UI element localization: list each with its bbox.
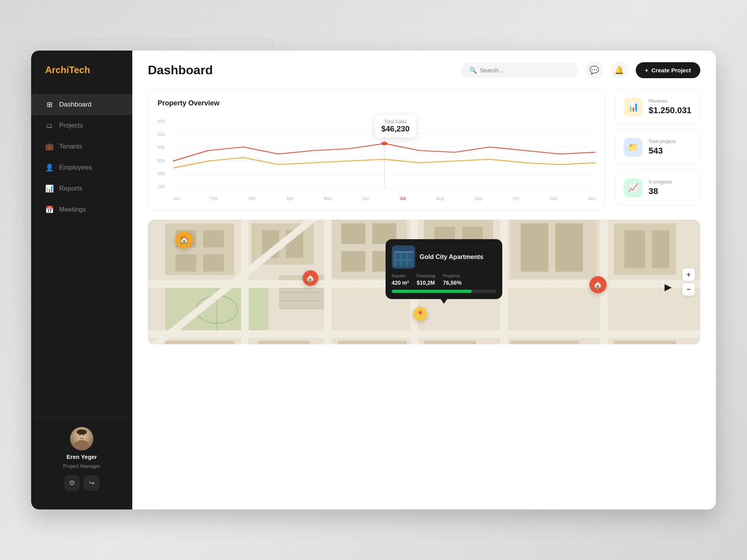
x-feb: Feb bbox=[210, 196, 218, 201]
chart-title: Property Overview bbox=[158, 99, 596, 107]
dashboard-label: Dashboard bbox=[59, 101, 91, 108]
svg-rect-62 bbox=[624, 230, 645, 268]
svg-rect-63 bbox=[652, 230, 669, 268]
projects-icon: 🗂 bbox=[45, 121, 54, 130]
main-content: Dashboard 🔍 💬 🔔 + Create Project bbox=[132, 51, 716, 509]
x-mar: Mar bbox=[249, 196, 256, 201]
stat-in-progress: 📈 In progress 38 bbox=[615, 170, 700, 205]
sidebar-item-tenants[interactable]: 💼 Tenants bbox=[31, 136, 132, 157]
y-label-20k: 20K bbox=[158, 171, 165, 176]
logo-accent: Tech bbox=[69, 65, 90, 75]
projects-info: Total projects 543 bbox=[649, 139, 676, 156]
popup-arrow bbox=[440, 298, 448, 304]
popup-header: Gold City Apartments bbox=[392, 245, 496, 269]
svg-line-10 bbox=[272, 12, 331, 39]
user-role: Project Manager bbox=[63, 463, 100, 469]
sidebar-item-dashboard[interactable]: ⊞ Dashboard bbox=[31, 94, 132, 115]
meetings-label: Meetings bbox=[59, 206, 86, 214]
revenue-icon-container: 📊 bbox=[624, 98, 642, 116]
svg-rect-60 bbox=[555, 223, 583, 271]
svg-rect-73 bbox=[165, 341, 234, 344]
create-project-button[interactable]: + Create Project bbox=[636, 62, 700, 78]
stats-column: 📊 Reveneu $1.250.031 📁 Total pr bbox=[615, 89, 700, 205]
projects-label: Total projects bbox=[649, 139, 676, 144]
x-jun: Jun bbox=[362, 196, 369, 201]
revenue-label: Reveneu bbox=[649, 98, 691, 104]
zoom-out-button[interactable]: − bbox=[682, 283, 695, 296]
square-label: Square bbox=[392, 273, 409, 278]
reports-icon: 📊 bbox=[45, 184, 54, 193]
popup-thumbnail bbox=[392, 245, 415, 269]
projects-label: Projects bbox=[59, 122, 83, 130]
svg-rect-78 bbox=[614, 341, 676, 344]
projects-value: 543 bbox=[649, 146, 676, 156]
svg-rect-77 bbox=[510, 341, 580, 344]
svg-point-24 bbox=[83, 435, 84, 436]
popup-stat-progress: Progress 76,56% bbox=[443, 273, 461, 286]
progress-stat-label: Progress bbox=[443, 273, 461, 278]
svg-rect-65 bbox=[148, 330, 700, 338]
financing-value: $10,2M bbox=[417, 280, 435, 286]
sidebar-item-reports[interactable]: 📊 Reports bbox=[31, 178, 132, 199]
svg-rect-37 bbox=[203, 230, 224, 247]
progress-info: In progress 38 bbox=[649, 179, 672, 196]
meetings-icon: 📅 bbox=[45, 205, 54, 214]
chart-card: Property Overview 60K 50K 40K 30K 20K 10… bbox=[148, 89, 605, 210]
settings-button[interactable]: ⚙ bbox=[64, 475, 80, 491]
map-marker-2[interactable]: 🏠 bbox=[303, 270, 318, 286]
map-popup: Gold City Apartments Square 420 m² Finan… bbox=[386, 239, 502, 299]
svg-rect-38 bbox=[175, 254, 196, 271]
revenue-icon: 📊 bbox=[628, 102, 638, 112]
projects-icon: 📁 bbox=[628, 142, 638, 152]
y-label-30k: 30K bbox=[158, 158, 165, 163]
svg-rect-59 bbox=[521, 223, 549, 271]
progress-stat-value: 76,56% bbox=[443, 280, 461, 286]
x-sep: Sep bbox=[475, 196, 482, 201]
svg-rect-75 bbox=[338, 341, 407, 344]
chat-icon: 💬 bbox=[589, 65, 599, 75]
x-jan: Jan bbox=[173, 196, 180, 201]
search-bar[interactable]: 🔍 bbox=[461, 63, 578, 78]
x-dec: Dec bbox=[588, 196, 596, 201]
popup-progress-bar bbox=[392, 290, 472, 293]
svg-point-25 bbox=[77, 429, 87, 435]
x-nov: Nov bbox=[550, 196, 558, 201]
svg-point-33 bbox=[381, 142, 388, 145]
reports-label: Reports bbox=[59, 185, 82, 192]
nav-list: ⊞ Dashboard 🗂 Projects 💼 Tenants 👤 Emplo… bbox=[31, 94, 132, 417]
projects-icon-container: 📁 bbox=[624, 138, 642, 157]
svg-rect-74 bbox=[258, 341, 310, 344]
svg-rect-86 bbox=[408, 261, 413, 267]
popup-progress-bar-container bbox=[392, 290, 496, 293]
notification-button[interactable]: 🔔 bbox=[611, 61, 628, 79]
search-input[interactable] bbox=[480, 67, 570, 74]
tenants-icon: 💼 bbox=[45, 142, 54, 151]
plus-icon: + bbox=[645, 67, 649, 74]
zoom-in-button[interactable]: + bbox=[682, 268, 695, 281]
sidebar-item-employees[interactable]: 👤 Employees bbox=[31, 157, 132, 178]
svg-rect-67 bbox=[241, 220, 249, 344]
chart-x-labels: Jan Feb Mar Apr May Jun Jul Aug Sep Oct … bbox=[173, 196, 596, 201]
map-section: 🏠 🏠 🏠 📍 bbox=[148, 220, 700, 344]
map-marker-1[interactable]: 🏠 bbox=[175, 231, 193, 248]
create-button-label: Create Project bbox=[651, 67, 691, 74]
svg-point-23 bbox=[79, 435, 81, 436]
svg-rect-84 bbox=[396, 261, 400, 267]
dashboard-icon: ⊞ bbox=[45, 100, 54, 109]
popup-stat-financing: Financing $10,2M bbox=[417, 273, 435, 286]
logout-button[interactable]: ↪ bbox=[84, 475, 99, 491]
chart-y-labels: 60K 50K 40K 30K 20K 10K bbox=[158, 119, 165, 189]
logo: ArchiTech bbox=[31, 65, 132, 75]
map-marker-4[interactable]: 📍 bbox=[413, 307, 427, 321]
chat-button[interactable]: 💬 bbox=[586, 61, 603, 79]
sidebar-item-projects[interactable]: 🗂 Projects bbox=[31, 115, 132, 136]
stat-total-projects: 📁 Total projects 543 bbox=[615, 130, 700, 165]
x-jul: Jul bbox=[400, 196, 406, 201]
popup-title: Gold City Apartments bbox=[420, 253, 484, 261]
employees-label: Employees bbox=[59, 164, 92, 172]
sidebar-item-meetings[interactable]: 📅 Meetings bbox=[31, 199, 132, 220]
progress-icon: 📈 bbox=[628, 183, 638, 193]
svg-point-21 bbox=[74, 440, 89, 450]
popup-stats: Square 420 m² Financing $10,2M Progress … bbox=[392, 273, 496, 286]
map-marker-3[interactable]: 🏠 bbox=[589, 276, 607, 293]
